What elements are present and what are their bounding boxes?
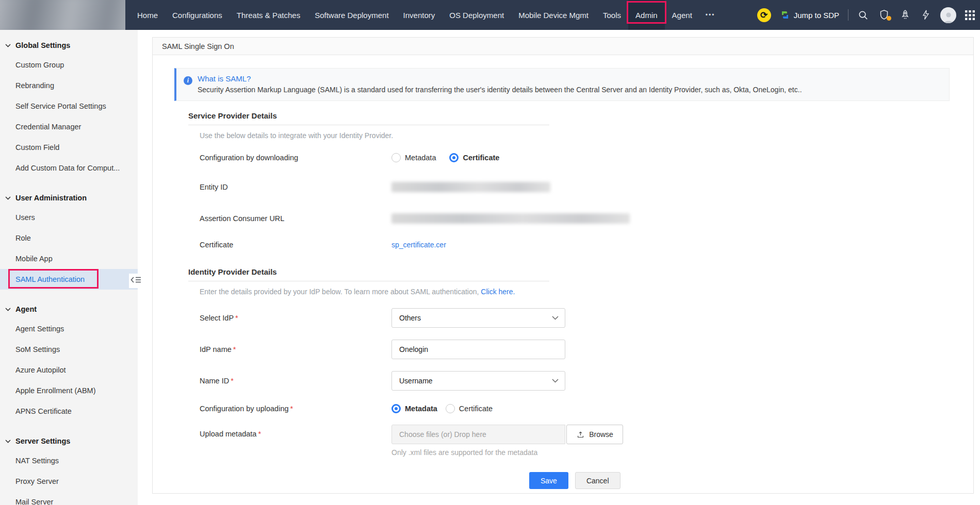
certificate-row: Certificate sp_certificate.cer	[200, 241, 973, 249]
radio-on-icon	[449, 153, 459, 162]
nav-item-os-deployment[interactable]: OS Deployment	[442, 0, 511, 30]
idp-name-row: IdP name*	[200, 340, 973, 359]
assertion-consumer-url-value-redacted	[391, 213, 630, 224]
sidebar-item-mail-server[interactable]: Mail Server	[0, 492, 138, 505]
sidebar-section-global-settings: Global Settings Custom Group Rebranding …	[0, 36, 138, 178]
sidebar-item-agent-settings[interactable]: Agent Settings	[0, 318, 138, 339]
apps-grid-icon[interactable]	[965, 10, 975, 20]
lightning-icon[interactable]	[920, 9, 932, 21]
sidebar-section-header-global-settings[interactable]: Global Settings	[0, 36, 138, 55]
chevron-down-icon	[5, 196, 11, 200]
sidebar-section-title: User Administration	[15, 194, 87, 202]
nav-item-configurations[interactable]: Configurations	[165, 0, 230, 30]
save-button[interactable]: Save	[529, 472, 568, 489]
nav-item-home[interactable]: Home	[130, 0, 165, 30]
radio-label: Certificate	[463, 154, 499, 162]
entity-id-row: Entity ID	[200, 182, 973, 192]
what-is-saml-link[interactable]: What is SAML?	[198, 74, 941, 83]
rocket-icon[interactable]	[899, 9, 911, 21]
settings-sidebar: Global Settings Custom Group Rebranding …	[0, 30, 138, 505]
chevron-down-icon	[552, 379, 559, 383]
nav-overflow-icon[interactable]: •••	[699, 11, 722, 19]
search-icon[interactable]	[857, 9, 869, 21]
info-icon: i	[184, 76, 192, 85]
sidebar-item-users[interactable]: Users	[0, 207, 138, 228]
name-id-label: Name ID*	[200, 377, 391, 385]
nav-item-agent[interactable]: Agent	[665, 0, 699, 30]
app-logo	[0, 0, 125, 30]
nav-item-threats-patches[interactable]: Threats & Patches	[230, 0, 307, 30]
sidebar-item-custom-field[interactable]: Custom Field	[0, 137, 138, 158]
sidebar-section-server-settings: Server Settings NAT Settings Proxy Serve…	[0, 432, 138, 505]
service-provider-subtitle: Use the below details to integrate with …	[200, 131, 973, 140]
required-marker: *	[231, 377, 234, 385]
sidebar-item-add-custom-data[interactable]: Add Custom Data for Comput...	[0, 158, 138, 178]
label-text: Select IdP	[200, 314, 234, 322]
refresh-icon[interactable]: ⟳	[757, 8, 771, 22]
nav-item-admin-label: Admin	[635, 11, 658, 20]
browse-button[interactable]: Browse	[566, 425, 623, 444]
sidebar-section-title: Server Settings	[15, 437, 70, 445]
required-marker: *	[290, 405, 293, 413]
select-idp-value: Others	[399, 314, 421, 322]
sidebar-item-role[interactable]: Role	[0, 228, 138, 248]
config-by-downloading-row: Configuration by downloading Metadata Ce…	[200, 153, 973, 162]
sidebar-item-mobile-app[interactable]: Mobile App	[0, 248, 138, 269]
entity-id-label: Entity ID	[200, 183, 391, 191]
sidebar-section-agent: Agent Agent Settings SoM Settings Azure …	[0, 300, 138, 422]
sp-certificate-link[interactable]: sp_certificate.cer	[391, 241, 446, 249]
sidebar-item-proxy-server[interactable]: Proxy Server	[0, 471, 138, 492]
nav-item-tools[interactable]: Tools	[596, 0, 628, 30]
name-id-value: Username	[399, 377, 433, 385]
page-title: SAML Single Sign On	[153, 38, 973, 55]
config-by-downloading-label: Configuration by downloading	[200, 154, 391, 162]
user-avatar[interactable]	[940, 7, 956, 23]
upload-metadata-label: Upload metadata*	[200, 430, 391, 438]
sidebar-item-label: SAML Authentication	[15, 275, 85, 283]
radio-label: Metadata	[405, 405, 437, 413]
security-shield-icon[interactable]	[878, 9, 890, 21]
label-text: Configuration by uploading	[200, 405, 289, 413]
sidebar-collapse-icon[interactable]	[129, 274, 142, 288]
file-drop-zone[interactable]: Choose files (or) Drop here	[391, 425, 565, 444]
name-id-dropdown[interactable]: Username	[391, 371, 565, 391]
sidebar-item-self-service-portal-settings[interactable]: Self Service Portal Settings	[0, 96, 138, 116]
sidebar-section-user-administration: User Administration Users Role Mobile Ap…	[0, 189, 138, 290]
sidebar-item-nat-settings[interactable]: NAT Settings	[0, 450, 138, 471]
jump-to-sdp-button[interactable]: Jump to SDP	[780, 10, 839, 20]
upload-certificate-radio[interactable]: Certificate	[446, 404, 493, 413]
nav-item-software-deployment[interactable]: Software Deployment	[307, 0, 396, 30]
sidebar-item-apple-enrollment[interactable]: Apple Enrollment (ABM)	[0, 380, 138, 401]
upload-metadata-radio[interactable]: Metadata	[391, 404, 437, 413]
idp-name-input[interactable]	[391, 340, 565, 359]
identity-provider-subtitle: Enter the details provided by your IdP b…	[200, 288, 973, 296]
idp-name-label: IdP name*	[200, 345, 391, 354]
nav-item-inventory[interactable]: Inventory	[396, 0, 443, 30]
cancel-button[interactable]: Cancel	[575, 472, 620, 489]
sidebar-item-azure-autopilot[interactable]: Azure Autopilot	[0, 360, 138, 380]
sidebar-item-credential-manager[interactable]: Credential Manager	[0, 116, 138, 137]
name-id-row: Name ID* Username	[200, 371, 973, 391]
chevron-down-icon	[5, 44, 11, 47]
sidebar-item-saml-authentication[interactable]: SAML Authentication	[0, 269, 138, 290]
nav-divider	[848, 9, 848, 21]
sidebar-item-custom-group[interactable]: Custom Group	[0, 55, 138, 75]
download-certificate-radio[interactable]: Certificate	[449, 153, 499, 162]
chevron-down-icon	[5, 440, 11, 443]
sidebar-section-header-user-administration[interactable]: User Administration	[0, 189, 138, 207]
sidebar-section-header-server-settings[interactable]: Server Settings	[0, 432, 138, 450]
sidebar-item-rebranding[interactable]: Rebranding	[0, 75, 138, 96]
radio-off-icon	[446, 404, 455, 413]
saml-sso-card: SAML Single Sign On i What is SAML? Secu…	[152, 37, 974, 494]
select-idp-dropdown[interactable]: Others	[391, 308, 565, 328]
click-here-link[interactable]: Click here.	[481, 288, 515, 296]
download-metadata-radio[interactable]: Metadata	[391, 153, 436, 162]
nav-item-mobile-device-mgmt[interactable]: Mobile Device Mgmt	[511, 0, 596, 30]
sidebar-item-apns-certificate[interactable]: APNS Certificate	[0, 401, 138, 422]
radio-label: Certificate	[459, 405, 493, 413]
sidebar-item-som-settings[interactable]: SoM Settings	[0, 339, 138, 360]
sidebar-section-header-agent[interactable]: Agent	[0, 300, 138, 318]
nav-item-admin[interactable]: Admin	[628, 0, 665, 30]
saml-description: Security Assertion Markup Language (SAML…	[198, 86, 941, 94]
saml-info-banner: i What is SAML? Security Assertion Marku…	[174, 68, 950, 101]
